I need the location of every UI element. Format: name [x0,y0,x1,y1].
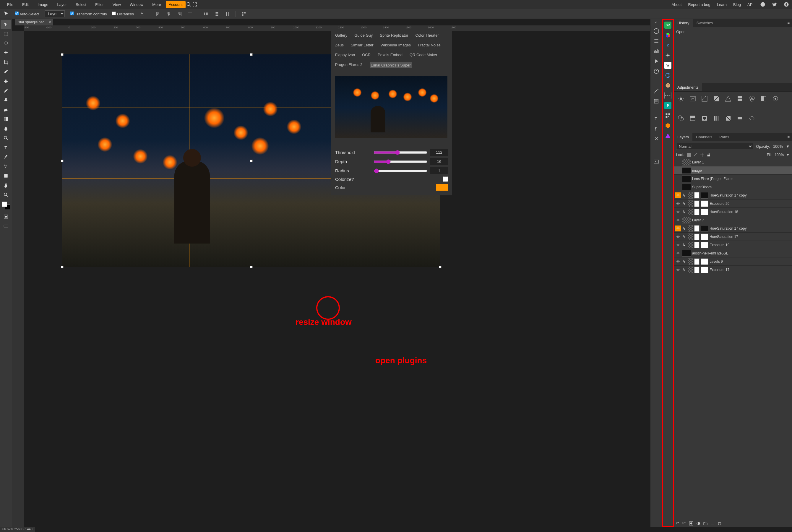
align-center-h-icon[interactable] [166,11,171,17]
adj-posterize-icon[interactable] [712,114,720,122]
search-icon[interactable] [186,2,192,7]
adj-brightness-icon[interactable] [677,95,685,103]
adj-colorbalance-icon[interactable] [748,95,756,103]
plugin-item[interactable]: Progen Flares 2 [335,62,363,68]
link-layers-icon[interactable]: ⇄ [676,521,679,526]
plugin-item[interactable]: Fractal Noise [418,43,441,47]
menu-layer[interactable]: Layer [53,1,71,8]
adj-exposure-icon[interactable] [712,95,720,103]
layers-menu-icon[interactable]: ≡ [785,135,792,139]
plugin-ocr-icon[interactable]: OCR [664,92,672,99]
gradient-tool[interactable] [1,115,11,124]
transform-controls-checkbox[interactable]: Transform controls [70,12,107,16]
mask-icon[interactable] [689,521,693,526]
tab-swatches[interactable]: Swatches [693,19,716,27]
link-learn[interactable]: Learn [717,2,727,7]
plugin-item[interactable]: Guide Guy [354,33,373,38]
history-item[interactable]: Open [676,30,790,34]
plugin-triangle-icon[interactable] [664,132,672,139]
align-top-icon[interactable] [187,11,193,17]
adj-bw-icon[interactable] [759,95,768,103]
menu-account[interactable]: Account [166,1,186,8]
visibility-toggle[interactable] [675,234,681,239]
layer-row[interactable]: ↳Hue/Saturation 18 [674,208,792,216]
plugin-sr-icon[interactable]: SR [664,22,672,28]
lock-all-icon[interactable] [707,153,711,157]
layer-effects-icon[interactable]: eff. [682,521,686,526]
type-tool[interactable]: T [1,143,11,152]
tab-layers[interactable]: Layers [674,133,692,141]
distribute-h-icon[interactable] [204,11,209,17]
paragraph-icon[interactable]: ¶ [653,126,659,132]
fill-dropdown-icon[interactable]: ▼ [786,153,790,157]
plugin-item[interactable]: Wikipedia Images [380,43,411,47]
histogram-icon[interactable] [653,48,659,54]
depth-slider[interactable] [373,159,427,164]
layer-row[interactable]: ↳Exposure 17 [674,266,792,274]
adj-threshold-icon[interactable] [724,114,732,122]
adj-hue-icon[interactable] [736,95,744,103]
blend-mode-select[interactable]: Normal [676,143,753,150]
visibility-toggle[interactable] [675,201,681,206]
tab-channels[interactable]: Channels [692,133,716,141]
layer-row[interactable]: SuperBloom [674,183,792,191]
heal-tool[interactable] [1,77,11,86]
navigator-icon[interactable] [653,68,659,74]
menu-filter[interactable]: Filter [91,1,108,8]
lasso-tool[interactable] [1,39,11,48]
adj-gradient-icon[interactable] [736,114,744,122]
delete-layer-icon[interactable] [717,521,722,526]
adj-channelmixer-icon[interactable] [677,114,685,122]
lock-brush-icon[interactable] [694,153,698,157]
plugin-hexagon-icon[interactable] [664,122,672,129]
twitter-icon[interactable] [772,2,777,7]
plugin-p-icon[interactable]: P [664,102,672,109]
plugin-z-icon[interactable]: Z [664,42,672,49]
menu-view[interactable]: View [109,1,125,8]
adjustment-layer-icon[interactable] [696,521,700,526]
auto-select-target[interactable]: Layer [45,10,65,17]
layer-row[interactable]: Layer 7 [674,216,792,224]
layer-row[interactable]: Layer 1 [674,158,792,166]
tools-icon[interactable] [653,136,659,141]
reddit-icon[interactable] [760,2,766,7]
adj-invert-icon[interactable] [700,114,709,122]
play-icon[interactable] [653,58,659,64]
lock-move-icon[interactable] [700,153,704,157]
layer-row[interactable]: Lens Flare (Progen Flares [674,175,792,183]
plugin-item[interactable]: Zeus [335,43,344,47]
brush-panel-icon[interactable] [653,88,659,94]
menu-window[interactable]: Window [125,1,148,8]
plugin-item[interactable]: Gallery [335,33,347,38]
radius-slider[interactable] [373,169,427,173]
distribute-spacing-icon[interactable] [225,11,230,17]
plugin-wikipedia-icon[interactable]: W [664,62,672,69]
plugin-item[interactable]: Flappy Ivan [335,53,355,57]
plugin-sparkle-icon[interactable] [664,52,672,59]
visibility-toggle[interactable] [675,251,681,255]
layer-row[interactable]: ↳Hue/Saturation 17 copy [674,224,792,233]
rect-select-tool[interactable] [1,30,11,38]
layer-row[interactable]: austin-neill-emH2e5SE [674,249,792,258]
eyedropper-tool[interactable] [1,68,11,76]
distribute-v-icon[interactable] [214,11,219,17]
hand-tool[interactable] [1,181,11,190]
layer-row[interactable]: ↳Hue/Saturation 17 copy [674,191,792,200]
adj-levels-icon[interactable] [689,95,697,103]
fill-value[interactable]: 100% [775,153,784,157]
visibility-toggle[interactable] [675,259,681,264]
layer-row[interactable]: ↳Levels 9 [674,258,792,266]
keyboard-icon[interactable] [1,222,11,230]
info-icon[interactable]: i [653,28,659,34]
pen-tool[interactable] [1,152,11,162]
plugin-item[interactable]: QR Code Maker [410,53,437,57]
wand-tool[interactable] [1,49,11,57]
notes-icon[interactable] [653,98,659,104]
plugin-panel[interactable]: GalleryGuide GuySprite ReplicatorColor T… [331,31,452,195]
dodge-tool[interactable] [1,134,11,142]
brush-tool[interactable] [1,86,11,95]
layer-row[interactable]: ↳Exposure 20 [674,200,792,208]
zoom-tool[interactable] [1,190,11,199]
new-layer-icon[interactable] [711,521,715,526]
plugin-qr-icon[interactable] [664,112,672,119]
